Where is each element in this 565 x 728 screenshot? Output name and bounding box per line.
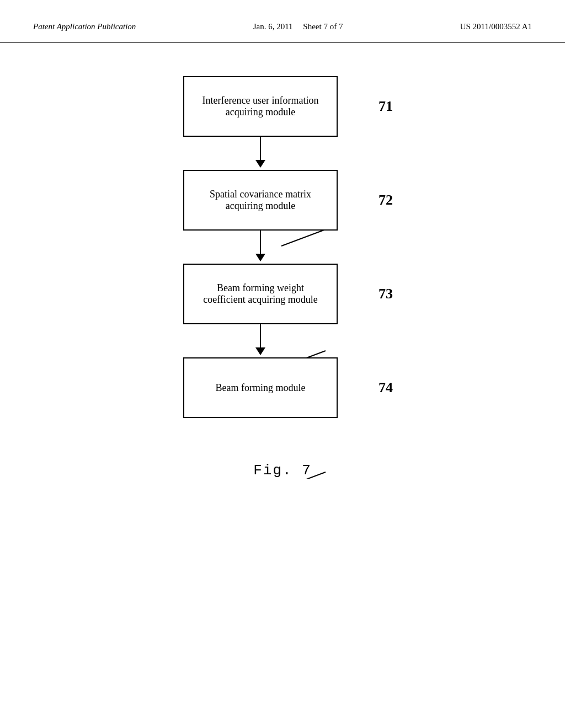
header-sheet: Sheet 7 of 7 — [303, 22, 343, 31]
flow-row-1: Interference user information acquiring … — [183, 76, 338, 137]
label-71: 71 — [379, 98, 393, 115]
arrow-1 — [255, 137, 265, 170]
arrow-head-1 — [255, 160, 265, 168]
arrow-head-2 — [255, 254, 265, 261]
flowchart: Interference user information acquiring … — [183, 76, 338, 418]
label-74: 74 — [379, 379, 393, 396]
arrow-3 — [255, 324, 265, 357]
arrow-line-3 — [260, 324, 262, 347]
arrow-2 — [255, 231, 265, 264]
figure-label: Fig. 7 — [253, 462, 312, 479]
header-date-sheet: Jan. 6, 2011 Sheet 7 of 7 — [253, 22, 343, 31]
box-spatial-covariance: Spatial covariance matrix acquiring modu… — [183, 170, 338, 231]
arrow-line-1 — [260, 137, 262, 160]
box2-text: Spatial covariance matrix acquiring modu… — [195, 189, 326, 212]
arrow-line-2 — [260, 231, 262, 254]
flow-row-4: Beam forming module 74 — [183, 357, 338, 418]
diagram-area: Interference user information acquiring … — [0, 43, 565, 479]
label-73: 73 — [379, 286, 393, 302]
label-72: 72 — [379, 192, 393, 208]
flow-row-2: Spatial covariance matrix acquiring modu… — [183, 170, 338, 231]
page-header: Patent Application Publication Jan. 6, 2… — [0, 0, 565, 43]
box-interference-user: Interference user information acquiring … — [183, 76, 338, 137]
arrow-head-3 — [255, 347, 265, 355]
box-beam-forming: Beam forming module — [183, 357, 338, 418]
header-patent-number: US 2011/0003552 A1 — [460, 22, 532, 31]
flow-row-3: Beam forming weight coefficient acquirin… — [183, 264, 338, 324]
box4-text: Beam forming module — [216, 382, 306, 394]
box-beam-forming-weight: Beam forming weight coefficient acquirin… — [183, 264, 338, 324]
header-date: Jan. 6, 2011 — [253, 22, 293, 31]
header-publication-type: Patent Application Publication — [33, 22, 136, 31]
box3-text: Beam forming weight coefficient acquirin… — [195, 282, 326, 306]
box1-text: Interference user information acquiring … — [195, 95, 326, 118]
